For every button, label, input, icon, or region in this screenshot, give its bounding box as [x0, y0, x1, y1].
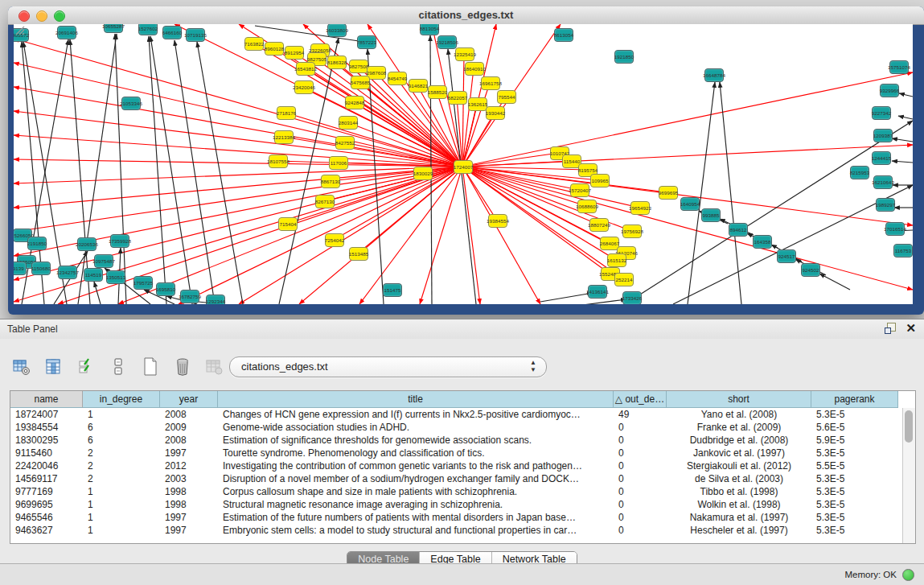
table-cell[interactable]: 5.3E-5	[811, 472, 898, 485]
table-cell[interactable]: 5.3E-5	[811, 524, 898, 537]
table-cell[interactable]: 1997	[160, 524, 218, 537]
graph-node[interactable]: 6822057	[448, 91, 467, 105]
table-cell[interactable]: Franke et al. (2009)	[667, 421, 811, 434]
graph-node[interactable]: 924502	[801, 263, 820, 277]
graph-node[interactable]: 8427552	[335, 136, 355, 150]
graph-node[interactable]: 12325419	[455, 47, 474, 61]
graph-node[interactable]: 1362615	[468, 97, 487, 111]
table-cell[interactable]: 6	[83, 421, 160, 434]
table-cell[interactable]: 1	[83, 511, 160, 524]
graph-node[interactable]: 18640910	[465, 62, 484, 76]
table-cell[interactable]: 0	[614, 434, 667, 447]
table-cell[interactable]: 1997	[160, 447, 218, 459]
column-header-title[interactable]: title	[218, 391, 614, 408]
graph-node[interactable]: 2191850	[27, 237, 47, 250]
column-header-short[interactable]: short	[667, 391, 811, 408]
graph-node[interactable]: 17016514	[885, 222, 905, 236]
graph-node[interactable]: 18107554	[269, 154, 288, 168]
graph-node[interactable]: 9827508	[349, 60, 368, 73]
close-panel-icon[interactable]: ✕	[906, 323, 916, 334]
table-cell[interactable]: Estimation of the future numbers of pati…	[218, 511, 614, 524]
graph-node[interactable]: 10688609	[577, 200, 597, 213]
table-cell[interactable]: 14569117	[10, 472, 83, 485]
table-cell[interactable]: 18300295	[10, 434, 83, 447]
table-cell[interactable]: Embryonic stem cells: a model to study s…	[218, 524, 614, 537]
graph-node[interactable]: 9329966	[880, 84, 899, 97]
graph-node[interactable]: 9242848	[345, 96, 364, 109]
table-row[interactable]: 1872400712008Changes of HCN gene express…	[10, 408, 898, 421]
graph-node[interactable]: 8454749	[388, 72, 407, 85]
graph-node[interactable]: 8912954	[285, 46, 304, 60]
graph-node[interactable]: 1733426	[622, 291, 642, 304]
table-cell[interactable]: Jankovic et al. (1997)	[667, 447, 811, 459]
graph-node[interactable]: 16210643	[873, 175, 893, 189]
graph-node[interactable]: 12342757	[58, 266, 77, 279]
graph-node[interactable]: 10655287	[104, 24, 123, 33]
table-cell[interactable]: Investigating the contribution of common…	[218, 459, 614, 472]
table-cell[interactable]: 2009	[160, 421, 218, 434]
graph-node[interactable]: 715404	[278, 217, 298, 231]
table-cell[interactable]: Estimation of significance thresholds fo…	[218, 434, 614, 447]
table-cell[interactable]: 9465546	[10, 511, 83, 524]
table-cell[interactable]: 0	[614, 524, 667, 537]
graph-node[interactable]: 16033809	[327, 24, 347, 37]
graph-node[interactable]: 117006	[329, 156, 348, 170]
graph-node[interactable]: 8813054	[420, 24, 439, 35]
table-cell[interactable]: de Silva et al. (2003)	[667, 472, 811, 485]
graph-node[interactable]: 924517	[777, 249, 796, 263]
table-cell[interactable]: Structural magnetic resonance image aver…	[218, 498, 614, 511]
table-cell[interactable]: Yano et al. (2008)	[667, 408, 811, 421]
table-row[interactable]: 911546021997Tourette syndrome. Phenomeno…	[10, 447, 898, 459]
table-cell[interactable]: 1998	[160, 485, 218, 498]
delete-table-icon[interactable]	[172, 356, 193, 377]
graph-node[interactable]: 116753	[893, 244, 913, 257]
table-cell[interactable]: 2012	[160, 459, 218, 472]
table-cell[interactable]: 1997	[160, 511, 218, 524]
graph-node[interactable]: 6466160	[162, 26, 182, 39]
graph-node[interactable]: 9227342	[872, 106, 891, 120]
column-header-out_de[interactable]: △ out_de…	[614, 391, 667, 408]
table-cell[interactable]: 0	[614, 485, 667, 498]
resize-grip-icon[interactable]	[14, 24, 25, 35]
new-table-icon[interactable]	[140, 356, 161, 377]
table-cell[interactable]: 0	[614, 511, 667, 524]
table-cell[interactable]: 5.3E-5	[811, 408, 898, 421]
table-cell[interactable]: 1	[83, 485, 160, 498]
graph-node[interactable]: 1292344	[206, 295, 225, 304]
graph-node[interactable]: 19218506	[437, 35, 457, 49]
graph-node[interactable]: 1724007	[454, 160, 473, 174]
table-cell[interactable]: 5.3E-5	[811, 511, 898, 524]
table-cell[interactable]: 5.3E-5	[811, 447, 898, 459]
graph-node[interactable]: 14136141	[588, 285, 607, 299]
table-cell[interactable]: Tourette syndrome. Phenomenology and cla…	[218, 447, 614, 459]
graph-node[interactable]: 1350513	[106, 270, 125, 284]
graph-node[interactable]: 10975487	[94, 254, 113, 268]
table-cell[interactable]: Stergiakouli et al. (2012)	[667, 459, 811, 472]
graph-node[interactable]: 9699695	[659, 186, 678, 200]
graph-node[interactable]: 114519	[84, 268, 103, 282]
table-row[interactable]: 1456911722003Disruption of a novel membe…	[10, 472, 898, 485]
table-cell[interactable]: 5.3E-5	[811, 498, 898, 511]
graph-node[interactable]: 19654923	[630, 201, 650, 215]
graph-node[interactable]: 18807249	[589, 218, 609, 232]
graph-node[interactable]: 8186328	[327, 56, 347, 69]
graph-node[interactable]: 1640954	[680, 197, 700, 211]
table-cell[interactable]: 18724007	[10, 408, 83, 421]
table-row[interactable]: 1938455462009Genome-wide association stu…	[10, 421, 898, 434]
table-cell[interactable]: 49	[614, 408, 667, 421]
graph-node[interactable]: 795544	[497, 90, 516, 104]
graph-node[interactable]: 21053346	[121, 97, 141, 110]
table-cell[interactable]: 2	[83, 459, 160, 472]
import-table-icon[interactable]	[204, 356, 225, 377]
graph-node[interactable]: 1615132	[607, 253, 626, 267]
table-cell[interactable]: Changes of HCN gene expression and I(f) …	[218, 408, 614, 421]
table-cell[interactable]: Dudbridge et al. (2008)	[667, 434, 811, 447]
graph-node[interactable]: 15751074	[889, 60, 909, 74]
graph-node[interactable]: 19384554	[488, 214, 507, 228]
graph-node[interactable]: 7254042	[325, 233, 344, 247]
column-header-name[interactable]: name	[10, 391, 83, 408]
table-cell[interactable]: 0	[614, 459, 667, 472]
graph-node[interactable]: 164358	[753, 235, 772, 249]
table-cell[interactable]: Corpus callosum shape and size in male p…	[218, 485, 614, 498]
graph-node[interactable]: 1830029	[413, 167, 433, 180]
